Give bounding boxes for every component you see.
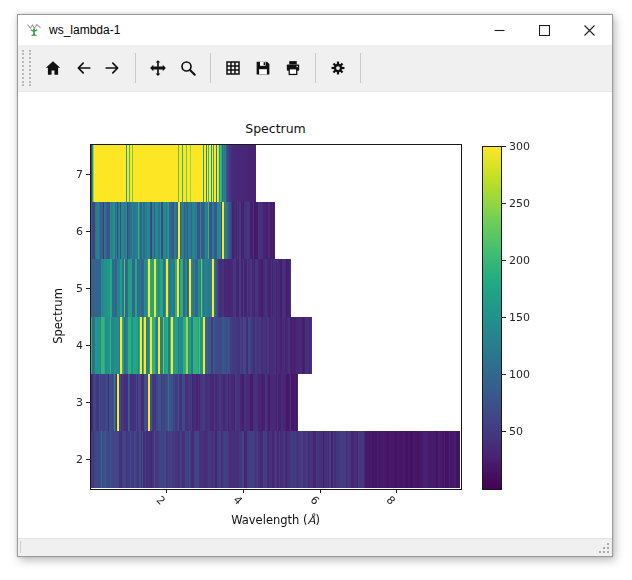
toolbar-customize-button[interactable]: [325, 54, 351, 82]
plot-toolbar: [18, 45, 612, 92]
x-tick-mark: [320, 489, 321, 493]
colorbar-tick-label: 300: [509, 140, 530, 153]
close-icon: [584, 25, 595, 36]
toolbar-back-button[interactable]: [70, 54, 96, 82]
print-icon: [284, 59, 302, 77]
maximize-button[interactable]: [522, 15, 567, 45]
colorbar-tick-label: 50: [509, 425, 523, 438]
y-tick-mark: [86, 231, 90, 232]
y-tick-mark: [86, 288, 90, 289]
maximize-icon: [539, 25, 550, 36]
toolbar-print-button[interactable]: [280, 54, 306, 82]
colorbar-tick-mark: [502, 317, 506, 318]
toolbar-save-button[interactable]: [250, 54, 276, 82]
colorbar-tick-mark: [502, 374, 506, 375]
toolbar-separator: [360, 53, 361, 83]
colorbar-tick-mark: [502, 260, 506, 261]
colorbar-tick-label: 250: [509, 197, 530, 210]
zoom-to-rect-icon: [179, 59, 197, 77]
plot-title: Spectrum: [91, 121, 460, 136]
status-bar: [18, 538, 612, 556]
colorbar-tick-mark: [502, 146, 506, 147]
axes-border: [90, 144, 462, 490]
y-tick-mark: [86, 345, 90, 346]
toolbar-forward-button[interactable]: [100, 54, 126, 82]
colorbar-tick-mark: [502, 203, 506, 204]
back-icon: [74, 59, 92, 77]
y-axis-label: Spectrum: [51, 288, 65, 344]
y-tick-label: 2: [63, 453, 83, 466]
x-tick-label: 6: [307, 494, 321, 508]
toolbar-separator: [315, 53, 316, 83]
pan-icon: [149, 59, 167, 77]
grid-icon: [224, 59, 242, 77]
y-tick-mark: [86, 174, 90, 175]
x-tick-mark: [396, 489, 397, 493]
y-tick-label: 6: [63, 224, 83, 237]
toolbar-grid-button[interactable]: [220, 54, 246, 82]
x-tick-label: 4: [231, 494, 245, 508]
toolbar-drag-handle[interactable]: [22, 50, 31, 86]
x-tick-label: 8: [384, 494, 398, 508]
y-tick-label: 3: [63, 396, 83, 409]
colorbar-tick-label: 150: [509, 311, 530, 324]
toolbar-separator: [135, 53, 136, 83]
x-tick-mark: [243, 489, 244, 493]
colorbar: [482, 146, 502, 490]
mantid-logo-icon: [26, 22, 42, 38]
customize-icon: [329, 59, 347, 77]
close-button[interactable]: [567, 15, 612, 45]
colorbar-tick-label: 200: [509, 254, 530, 267]
toolbar-home-button[interactable]: [40, 54, 66, 82]
y-tick-mark: [86, 459, 90, 460]
title-bar[interactable]: ws_lambda-1: [18, 15, 612, 45]
y-tick-label: 5: [63, 281, 83, 294]
figure-canvas: Spectrum 765432 2468 Wavelength (Å) Spec…: [18, 92, 612, 538]
colorbar-tick-label: 100: [509, 368, 530, 381]
colorbar-tick-mark: [502, 431, 506, 432]
x-tick-label: 2: [154, 494, 168, 508]
forward-icon: [104, 59, 122, 77]
home-icon: [44, 59, 62, 77]
statusbar-separator: [20, 541, 21, 553]
toolbar-separator: [210, 53, 211, 83]
y-tick-label: 4: [63, 339, 83, 352]
y-tick-mark: [86, 402, 90, 403]
window-controls: [477, 15, 612, 45]
minimize-button[interactable]: [477, 15, 522, 45]
window-title: ws_lambda-1: [49, 23, 120, 37]
x-tick-mark: [166, 489, 167, 493]
save-icon: [254, 59, 272, 77]
minimize-icon: [494, 25, 505, 36]
toolbar-zoom-to-rect-button[interactable]: [175, 54, 201, 82]
y-tick-label: 7: [63, 167, 83, 180]
x-axis-label: Wavelength (Å): [91, 513, 460, 527]
toolbar-pan-button[interactable]: [145, 54, 171, 82]
resize-grip-icon[interactable]: [599, 543, 609, 553]
plot-window: ws_lambda-1 Spectrum 765432 2468 Wavelen…: [17, 14, 613, 557]
